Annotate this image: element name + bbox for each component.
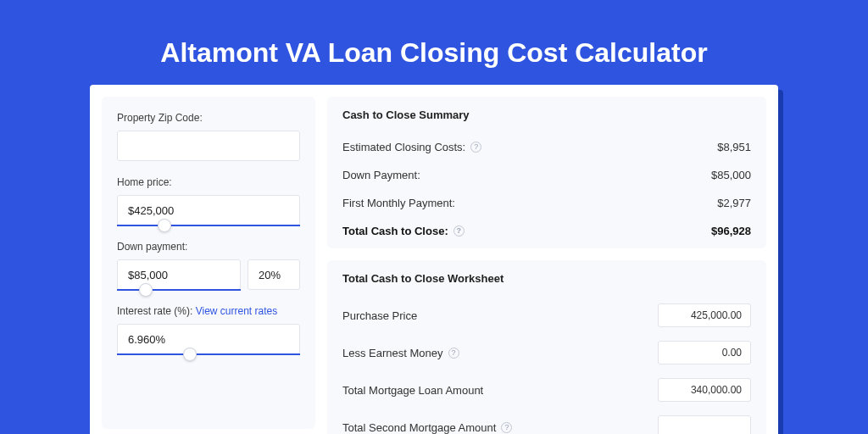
worksheet-row-label-text: Purchase Price bbox=[342, 309, 417, 322]
summary-row-label: Estimated Closing Costs:? bbox=[342, 141, 481, 153]
interest-field: Interest rate (%): View current rates bbox=[117, 305, 300, 354]
summary-title: Cash to Close Summary bbox=[342, 108, 751, 121]
summary-row-label-text: Estimated Closing Costs: bbox=[342, 141, 465, 153]
summary-row-value: $85,000 bbox=[711, 169, 751, 181]
summary-row-label: Down Payment: bbox=[342, 169, 420, 181]
summary-panel: Cash to Close Summary Estimated Closing … bbox=[327, 97, 766, 248]
help-icon[interactable]: ? bbox=[448, 348, 459, 359]
summary-row-value: $2,977 bbox=[717, 197, 751, 209]
down-payment-slider-thumb[interactable] bbox=[139, 283, 153, 297]
summary-row-label: First Monthly Payment: bbox=[342, 197, 455, 209]
home-price-label: Home price: bbox=[117, 176, 300, 188]
summary-row-label-text: First Monthly Payment: bbox=[342, 197, 455, 209]
summary-row-label: Total Cash to Close:? bbox=[342, 225, 465, 237]
worksheet-row-label: Total Mortgage Loan Amount bbox=[342, 384, 483, 397]
worksheet-title: Total Cash to Close Worksheet bbox=[342, 272, 751, 285]
interest-slider-thumb[interactable] bbox=[183, 348, 197, 361]
worksheet-row-label-text: Less Earnest Money bbox=[342, 347, 443, 359]
home-price-slider-track[interactable] bbox=[117, 225, 300, 226]
worksheet-row-value-input[interactable] bbox=[658, 415, 751, 434]
interest-label: Interest rate (%): View current rates bbox=[117, 305, 300, 317]
interest-slider-track[interactable] bbox=[117, 353, 300, 355]
inputs-panel: Property Zip Code: Home price: Down paym… bbox=[102, 97, 315, 429]
summary-row: Total Cash to Close:?$96,928 bbox=[342, 217, 751, 245]
calculator-card: Property Zip Code: Home price: Down paym… bbox=[90, 85, 778, 434]
down-payment-pct-input[interactable] bbox=[248, 259, 300, 290]
worksheet-row-label: Purchase Price bbox=[342, 309, 417, 322]
results-column: Cash to Close Summary Estimated Closing … bbox=[327, 97, 766, 429]
down-payment-field: Down payment: bbox=[117, 241, 300, 290]
summary-row: Estimated Closing Costs:?$8,951 bbox=[342, 133, 751, 161]
view-rates-link[interactable]: View current rates bbox=[196, 305, 278, 317]
home-price-field: Home price: bbox=[117, 176, 300, 225]
zip-input[interactable] bbox=[117, 131, 300, 161]
home-price-slider-thumb[interactable] bbox=[158, 219, 171, 232]
help-icon[interactable]: ? bbox=[470, 142, 481, 153]
worksheet-row-value-input[interactable] bbox=[658, 341, 751, 364]
worksheet-row: Less Earnest Money? bbox=[342, 334, 751, 371]
down-payment-label: Down payment: bbox=[117, 241, 300, 253]
worksheet-row: Purchase Price bbox=[342, 297, 751, 334]
calculator-card-wrap: Property Zip Code: Home price: Down paym… bbox=[90, 85, 778, 434]
home-price-input[interactable] bbox=[117, 195, 300, 225]
page-title: Altamont VA Loan Closing Cost Calculator bbox=[0, 0, 868, 69]
worksheet-row-label: Total Second Mortgage Amount? bbox=[342, 421, 512, 434]
summary-row-value: $8,951 bbox=[717, 141, 751, 153]
worksheet-row: Total Second Mortgage Amount? bbox=[342, 409, 751, 434]
interest-slider-wrap bbox=[117, 324, 300, 354]
worksheet-panel: Total Cash to Close Worksheet Purchase P… bbox=[327, 260, 766, 434]
summary-row: First Monthly Payment:$2,977 bbox=[342, 189, 751, 217]
down-payment-input[interactable] bbox=[117, 259, 241, 290]
worksheet-row-value-input[interactable] bbox=[658, 378, 751, 402]
summary-row: Down Payment:$85,000 bbox=[342, 161, 751, 189]
summary-row-label-text: Total Cash to Close: bbox=[342, 225, 448, 237]
summary-row-value: $96,928 bbox=[711, 225, 751, 237]
worksheet-row-value-input[interactable] bbox=[658, 303, 751, 327]
worksheet-row-label-text: Total Mortgage Loan Amount bbox=[342, 384, 483, 397]
interest-label-text: Interest rate (%): bbox=[117, 305, 192, 317]
worksheet-row: Total Mortgage Loan Amount bbox=[342, 371, 751, 409]
home-price-slider-wrap bbox=[117, 195, 300, 225]
worksheet-row-label: Less Earnest Money? bbox=[342, 347, 459, 359]
down-payment-slider-track[interactable] bbox=[117, 289, 241, 291]
summary-row-label-text: Down Payment: bbox=[342, 169, 420, 181]
down-payment-slider-wrap bbox=[117, 259, 241, 290]
help-icon[interactable]: ? bbox=[501, 422, 512, 433]
worksheet-row-label-text: Total Second Mortgage Amount bbox=[342, 421, 496, 434]
interest-input[interactable] bbox=[117, 324, 300, 354]
help-icon[interactable]: ? bbox=[453, 225, 465, 236]
zip-field: Property Zip Code: bbox=[117, 112, 300, 161]
zip-label: Property Zip Code: bbox=[117, 112, 300, 124]
